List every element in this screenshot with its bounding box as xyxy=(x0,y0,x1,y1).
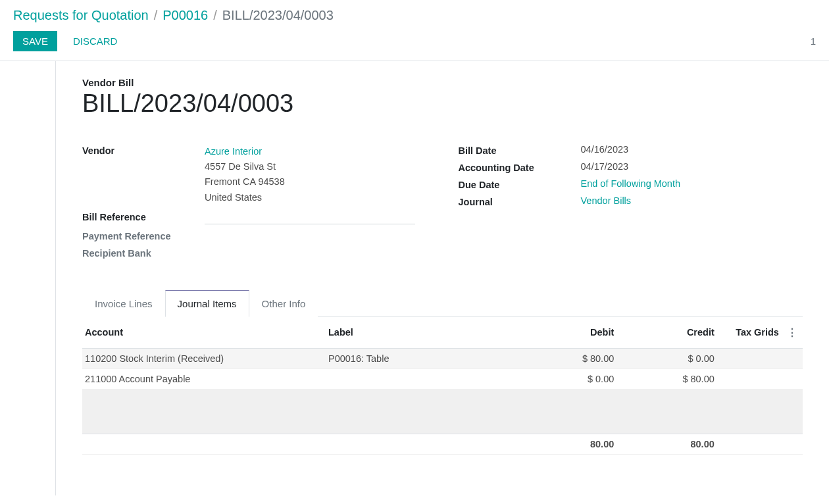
left-gutter xyxy=(0,61,56,495)
field-bill-reference: Bill Reference xyxy=(82,211,427,224)
bill-reference-value xyxy=(205,211,427,224)
total-credit: 80.00 xyxy=(619,434,720,454)
cell-label[interactable] xyxy=(326,368,512,389)
breadcrumb-separator: / xyxy=(213,8,217,23)
vendor-label: Vendor xyxy=(82,144,205,156)
cell-label[interactable]: P00016: Table xyxy=(326,348,512,368)
breadcrumb-separator: / xyxy=(154,8,158,23)
recipient-bank-label: Recipient Bank xyxy=(82,247,205,259)
field-due-date: Due Date End of Following Month xyxy=(459,178,803,190)
cell-actions xyxy=(784,368,803,389)
th-menu: ⋮ xyxy=(784,317,803,349)
journal-link[interactable]: Vendor Bills xyxy=(581,195,632,206)
breadcrumb-container: Requests for Quotation / P00016 / BILL/2… xyxy=(0,0,829,26)
vendor-address-line1: 4557 De Silva St xyxy=(205,159,427,174)
th-label[interactable]: Label xyxy=(326,317,512,349)
table-header-row: Account Label Debit Credit Tax Grids ⋮ xyxy=(82,317,803,349)
cell-debit[interactable]: $ 80.00 xyxy=(512,348,619,368)
table-row[interactable]: 211000 Account Payable $ 0.00 $ 80.00 xyxy=(82,368,803,389)
cell-tax-grids[interactable] xyxy=(720,368,784,389)
accounting-date-value[interactable]: 04/17/2023 xyxy=(581,161,803,172)
due-date-link[interactable]: End of Following Month xyxy=(581,178,681,189)
tab-invoice-lines[interactable]: Invoice Lines xyxy=(82,290,165,317)
th-debit[interactable]: Debit xyxy=(512,317,619,349)
table-row[interactable]: 110200 Stock Interim (Received) P00016: … xyxy=(82,348,803,368)
doc-title: BILL/2023/04/0003 xyxy=(82,89,803,118)
breadcrumb-root-link[interactable]: Requests for Quotation xyxy=(13,8,149,23)
vendor-name-link[interactable]: Azure Interior xyxy=(205,144,427,159)
th-credit[interactable]: Credit xyxy=(619,317,720,349)
field-recipient-bank: Recipient Bank xyxy=(82,247,427,259)
due-date-label: Due Date xyxy=(459,178,581,190)
field-col-left: Vendor Azure Interior 4557 De Silva St F… xyxy=(82,144,427,264)
content-wrapper: Vendor Bill BILL/2023/04/0003 Vendor Azu… xyxy=(0,61,829,495)
vendor-value: Azure Interior 4557 De Silva St Fremont … xyxy=(205,144,427,205)
th-account[interactable]: Account xyxy=(82,317,326,349)
th-tax-grids[interactable]: Tax Grids xyxy=(720,317,784,349)
save-button[interactable]: SAVE xyxy=(13,31,57,51)
bill-reference-input[interactable] xyxy=(205,211,415,224)
field-journal: Journal Vendor Bills xyxy=(459,195,803,207)
cell-debit[interactable]: $ 0.00 xyxy=(512,368,619,389)
field-vendor: Vendor Azure Interior 4557 De Silva St F… xyxy=(82,144,427,205)
breadcrumb-current: BILL/2023/04/0003 xyxy=(222,8,334,23)
vendor-address-line2: Fremont CA 94538 xyxy=(205,174,427,189)
tab-other-info[interactable]: Other Info xyxy=(249,290,318,317)
journal-items-table-wrapper: Account Label Debit Credit Tax Grids ⋮ 1… xyxy=(82,317,803,455)
field-col-right: Bill Date 04/16/2023 Accounting Date 04/… xyxy=(459,144,803,264)
cell-account[interactable]: 211000 Account Payable xyxy=(82,368,326,389)
pager[interactable]: 1 xyxy=(811,36,816,47)
field-payment-reference: Payment Reference xyxy=(82,230,427,241)
cell-credit[interactable]: $ 0.00 xyxy=(619,348,720,368)
journal-label: Journal xyxy=(459,195,581,207)
tabs: Invoice Lines Journal Items Other Info xyxy=(82,290,803,317)
cell-actions xyxy=(784,348,803,368)
cell-account[interactable]: 110200 Stock Interim (Received) xyxy=(82,348,326,368)
table-empty-row xyxy=(82,389,803,434)
field-grid: Vendor Azure Interior 4557 De Silva St F… xyxy=(82,144,803,264)
cell-credit[interactable]: $ 80.00 xyxy=(619,368,720,389)
journal-items-table: Account Label Debit Credit Tax Grids ⋮ 1… xyxy=(82,317,803,455)
vendor-country: United States xyxy=(205,190,427,205)
doc-type-label: Vendor Bill xyxy=(82,77,803,88)
journal-value[interactable]: Vendor Bills xyxy=(581,195,803,206)
bill-date-value[interactable]: 04/16/2023 xyxy=(581,144,803,155)
action-bar: SAVE DISCARD 1 xyxy=(0,26,829,61)
breadcrumb: Requests for Quotation / P00016 / BILL/2… xyxy=(13,8,816,23)
form-sheet: Vendor Bill BILL/2023/04/0003 Vendor Azu… xyxy=(56,61,829,495)
discard-button[interactable]: DISCARD xyxy=(68,31,123,51)
bill-date-label: Bill Date xyxy=(459,144,581,156)
bill-reference-label: Bill Reference xyxy=(82,211,205,222)
tab-journal-items[interactable]: Journal Items xyxy=(165,290,249,317)
breadcrumb-parent-link[interactable]: P00016 xyxy=(163,8,208,23)
total-debit: 80.00 xyxy=(512,434,619,454)
field-accounting-date: Accounting Date 04/17/2023 xyxy=(459,161,803,173)
payment-reference-label: Payment Reference xyxy=(82,230,205,241)
table-totals-row: 80.00 80.00 xyxy=(82,434,803,454)
accounting-date-label: Accounting Date xyxy=(459,161,581,173)
cell-tax-grids[interactable] xyxy=(720,348,784,368)
table-options-icon[interactable]: ⋮ xyxy=(787,327,797,338)
field-bill-date: Bill Date 04/16/2023 xyxy=(459,144,803,156)
due-date-value[interactable]: End of Following Month xyxy=(581,178,803,189)
